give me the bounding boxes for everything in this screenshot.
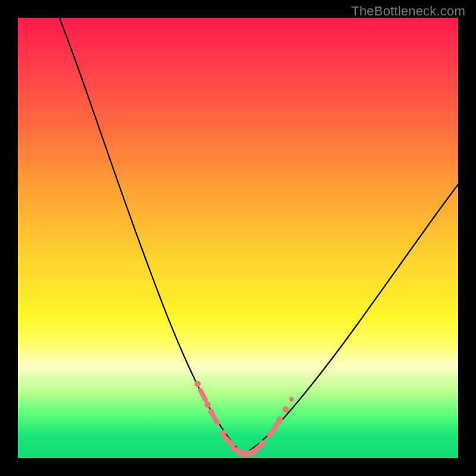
watermark-label: TheBottleneck.com <box>351 4 465 19</box>
marker-dot <box>220 430 226 436</box>
left-curve <box>60 18 241 452</box>
marker-segment <box>226 438 233 446</box>
marker-cluster <box>195 381 292 455</box>
bottleneck-curve-plot <box>18 18 458 458</box>
right-curve <box>247 184 458 452</box>
marker-segment <box>272 422 277 431</box>
marker-dot <box>277 416 283 422</box>
marker-dot <box>259 440 265 446</box>
marker-segment <box>201 390 205 400</box>
marker-dot <box>205 402 211 408</box>
marker-segment <box>212 414 218 423</box>
marker-dot <box>283 406 289 412</box>
marker-dot <box>195 381 201 387</box>
